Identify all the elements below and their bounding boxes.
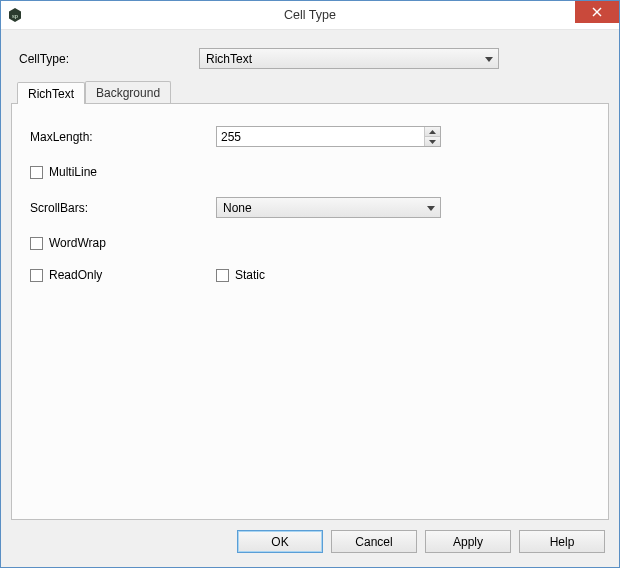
scrollbars-label: ScrollBars: <box>26 201 216 215</box>
help-button[interactable]: Help <box>519 530 605 553</box>
title-bar: sp Cell Type <box>1 1 619 30</box>
maxlength-row: MaxLength: <box>26 126 594 147</box>
spinner-buttons <box>424 127 440 146</box>
dialog-buttons: OK Cancel Apply Help <box>11 520 609 557</box>
cancel-button[interactable]: Cancel <box>331 530 417 553</box>
wordwrap-checkbox[interactable] <box>30 237 43 250</box>
wordwrap-row: WordWrap <box>26 236 594 250</box>
celltype-label: CellType: <box>19 52 199 66</box>
dialog-window: sp Cell Type CellType: RichText RichText… <box>0 0 620 568</box>
caret-down-icon <box>429 140 436 144</box>
readonly-static-row: ReadOnly Static <box>26 268 594 282</box>
close-icon <box>592 7 602 17</box>
celltype-row: CellType: RichText <box>19 48 605 69</box>
readonly-checkbox[interactable] <box>30 269 43 282</box>
window-title: Cell Type <box>1 8 619 22</box>
spinner-up-button[interactable] <box>425 127 440 136</box>
scrollbars-combo[interactable]: None <box>216 197 441 218</box>
celltype-combo[interactable]: RichText <box>199 48 499 69</box>
chevron-down-icon <box>427 201 435 215</box>
tab-strip: RichText Background <box>17 81 609 103</box>
svg-marker-4 <box>485 57 493 62</box>
maxlength-label: MaxLength: <box>26 130 216 144</box>
spinner-down-button[interactable] <box>425 136 440 146</box>
multiline-label: MultiLine <box>49 165 97 179</box>
celltype-combo-value: RichText <box>206 52 252 66</box>
readonly-label: ReadOnly <box>49 268 102 282</box>
app-icon: sp <box>7 7 23 23</box>
static-label: Static <box>235 268 265 282</box>
svg-marker-6 <box>429 140 436 144</box>
svg-marker-7 <box>427 206 435 211</box>
wordwrap-label: WordWrap <box>49 236 106 250</box>
maxlength-input[interactable] <box>217 127 424 146</box>
dialog-body: CellType: RichText RichText Background M… <box>1 30 619 567</box>
tab-panel-richtext: MaxLength: MultiLine <box>11 103 609 520</box>
scrollbars-row: ScrollBars: None <box>26 197 594 218</box>
close-button[interactable] <box>575 1 619 23</box>
static-checkbox[interactable] <box>216 269 229 282</box>
multiline-checkbox[interactable] <box>30 166 43 179</box>
caret-up-icon <box>429 130 436 134</box>
ok-button[interactable]: OK <box>237 530 323 553</box>
maxlength-spinner <box>216 126 441 147</box>
chevron-down-icon <box>485 52 493 66</box>
svg-marker-5 <box>429 130 436 134</box>
svg-text:sp: sp <box>12 12 19 20</box>
tab-background[interactable]: Background <box>85 81 171 103</box>
apply-button[interactable]: Apply <box>425 530 511 553</box>
multiline-row: MultiLine <box>26 165 594 179</box>
scrollbars-combo-value: None <box>223 201 252 215</box>
tab-richtext[interactable]: RichText <box>17 82 85 104</box>
